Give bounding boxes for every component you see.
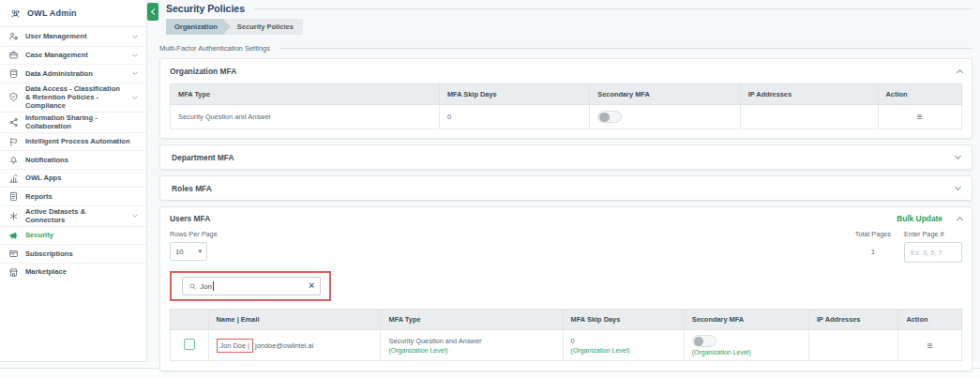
column-header: Secondary MFA xyxy=(590,84,740,105)
sidebar: OWL Admin User Management Case Managemen… xyxy=(0,0,147,362)
sidebar-item-label: Intelligent Process Automation xyxy=(25,137,130,145)
expand-chevron-down-icon[interactable] xyxy=(955,153,961,159)
row-actions-menu-icon[interactable]: ≡ xyxy=(917,112,923,122)
sidebar-item-information-sharing[interactable]: Information Sharing - Collaboration xyxy=(0,112,146,132)
skip-days-level-text: (Organization Level) xyxy=(571,347,676,354)
department-mfa-title: Department MFA xyxy=(172,153,234,162)
bell-icon xyxy=(8,155,20,165)
sidebar-item-label: Subscriptions xyxy=(25,249,73,258)
sidebar-item-label: Case Management xyxy=(25,51,88,59)
sidebar-item-label: Marketplace xyxy=(25,267,67,276)
column-header: IP Addresses xyxy=(740,84,878,105)
sidebar-nav: User Management Case Management Data Adm… xyxy=(0,27,146,280)
toggle-knob xyxy=(694,337,704,347)
secondary-level-text: (Organization Level) xyxy=(692,349,801,355)
enter-page-input[interactable] xyxy=(904,242,962,263)
breadcrumb-organization[interactable]: Organization xyxy=(166,19,231,35)
action-cell: ≡ xyxy=(878,105,961,129)
column-header: MFA Type xyxy=(381,310,563,330)
secondary-mfa-toggle[interactable] xyxy=(597,111,622,123)
sidebar-item-owl-apps[interactable]: OWL Apps xyxy=(0,169,146,188)
mfa-type-cell: Security Question and Answer(Organizatio… xyxy=(381,330,563,361)
enter-page-control: Enter Page # xyxy=(904,230,962,263)
sidebar-item-case-management[interactable]: Case Management xyxy=(0,46,146,65)
annotation-red-box: Jon × xyxy=(170,271,331,301)
sidebar-item-notifications[interactable]: Notifications xyxy=(0,150,146,169)
roles-mfa-card[interactable]: Roles MFA xyxy=(159,175,972,201)
breadcrumb-security-policies[interactable]: Security Policies xyxy=(222,19,303,35)
total-pages: Total Pages 1 xyxy=(855,230,891,256)
skip-days-cell: 0(Organization Level) xyxy=(563,330,684,361)
secondary-mfa-cell xyxy=(590,105,740,129)
department-mfa-card[interactable]: Department MFA xyxy=(159,144,972,170)
rows-per-page-control: Rows Per Page 10 ▾ xyxy=(170,230,218,263)
chevron-down-icon xyxy=(131,212,139,219)
megaphone-icon xyxy=(8,231,20,241)
sidebar-item-label: Security xyxy=(25,231,53,239)
sidebar-item-user-management[interactable]: User Management xyxy=(0,27,146,46)
storefront-icon xyxy=(8,267,20,278)
search-icon xyxy=(188,282,197,291)
sidebar-item-label: Notifications xyxy=(25,156,68,164)
action-cell: ≡ xyxy=(898,330,962,361)
automation-flag-icon xyxy=(8,137,20,147)
column-header: MFA Skip Days xyxy=(563,310,684,330)
text-cursor xyxy=(213,281,214,291)
rows-per-page-value: 10 xyxy=(175,248,184,256)
column-header: MFA Skip Days xyxy=(439,84,589,105)
skip-days-text: 0 xyxy=(571,337,575,345)
search-query-text: Jon xyxy=(200,282,212,291)
collapse-chevron-up-icon[interactable] xyxy=(957,69,963,76)
organization-mfa-card: Organization MFA MFA Type MFA Skip Days … xyxy=(159,58,972,139)
sidebar-collapse-button[interactable] xyxy=(147,3,158,21)
divider xyxy=(254,8,972,9)
sidebar-item-label: Reports xyxy=(25,192,53,201)
row-checkbox[interactable] xyxy=(184,339,195,350)
column-header: MFA Type xyxy=(171,84,440,105)
chevron-down-icon xyxy=(131,52,139,59)
user-search-input[interactable]: Jon × xyxy=(182,277,321,295)
bar-chart-icon xyxy=(8,174,20,184)
collapse-chevron-up-icon[interactable] xyxy=(957,217,963,223)
sidebar-item-label: Data Access - Classification & Retention… xyxy=(25,84,126,111)
roles-mfa-title: Roles MFA xyxy=(172,184,212,193)
app-title: OWL Admin xyxy=(27,8,77,18)
sidebar-item-data-administration[interactable]: Data Administration xyxy=(0,64,146,83)
rows-per-page-label: Rows Per Page xyxy=(170,230,218,238)
organization-mfa-title: Organization MFA xyxy=(170,67,236,76)
rows-per-page-select[interactable]: 10 ▾ xyxy=(170,242,207,261)
breadcrumb: Organization Security Policies xyxy=(166,19,972,35)
sidebar-item-subscriptions[interactable]: Subscriptions xyxy=(0,244,146,263)
sidebar-item-reports[interactable]: Reports xyxy=(0,187,146,205)
table-row: Security Question and Answer 0 ≡ xyxy=(171,105,962,129)
sidebar-item-intelligent-process-automation[interactable]: Intelligent Process Automation xyxy=(0,132,146,151)
secondary-mfa-toggle[interactable] xyxy=(692,335,716,347)
page-title: Security Policies xyxy=(166,3,245,14)
expand-chevron-down-icon[interactable] xyxy=(955,184,961,190)
skip-days-cell: 0 xyxy=(439,105,589,129)
column-header: Name | Email xyxy=(208,310,381,330)
mfa-type-cell: Security Question and Answer xyxy=(171,105,440,129)
sidebar-item-data-access-compliance[interactable]: Data Access - Classification & Retention… xyxy=(0,83,146,112)
column-header: IP Addresses xyxy=(809,310,898,330)
app-window: OWL Admin User Management Case Managemen… xyxy=(0,0,980,362)
bulk-update-link[interactable]: Bulk Update xyxy=(897,214,942,223)
chevron-down-icon xyxy=(131,69,139,77)
total-pages-value: 1 xyxy=(871,248,875,256)
share-network-icon xyxy=(8,117,20,128)
sidebar-item-security[interactable]: Security xyxy=(0,226,146,245)
toggle-knob xyxy=(599,113,610,123)
owl-admin-logo-icon xyxy=(9,8,22,19)
organization-mfa-table: MFA Type MFA Skip Days Secondary MFA IP … xyxy=(170,83,962,129)
chevron-down-icon xyxy=(131,33,139,40)
column-header: Action xyxy=(898,310,962,330)
sidebar-item-marketplace[interactable]: Marketplace xyxy=(0,263,146,281)
user-gear-icon xyxy=(8,31,20,41)
document-icon xyxy=(8,191,20,202)
column-header: Action xyxy=(878,84,961,105)
users-mfa-table: Name | Email MFA Type MFA Skip Days Seco… xyxy=(170,309,962,361)
clear-search-icon[interactable]: × xyxy=(309,281,314,291)
sidebar-item-active-datasets-connectors[interactable]: Active Datasets & Connectors xyxy=(0,205,146,226)
user-email-text: jondoe@owlintel.ai xyxy=(253,341,313,350)
row-actions-menu-icon[interactable]: ≡ xyxy=(927,340,933,351)
